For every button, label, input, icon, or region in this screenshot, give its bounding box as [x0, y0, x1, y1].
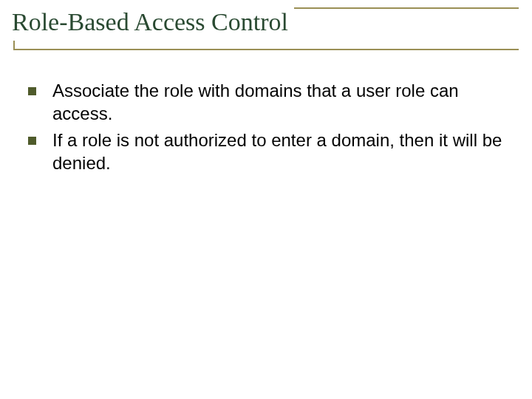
slide: Role-Based Access Control Associate the …: [0, 0, 532, 399]
list-item: Associate the role with domains that a u…: [27, 80, 505, 125]
title-area: Role-Based Access Control: [13, 7, 519, 41]
square-bullet-icon: [28, 87, 36, 95]
title-rule-bottom: [13, 49, 519, 50]
list-item: If a role is not authorized to enter a d…: [27, 129, 505, 174]
bullet-text: If a role is not authorized to enter a d…: [52, 129, 505, 174]
slide-title: Role-Based Access Control: [12, 4, 294, 41]
square-bullet-icon: [28, 137, 36, 145]
slide-body: Associate the role with domains that a u…: [27, 80, 505, 180]
bullet-text: Associate the role with domains that a u…: [52, 80, 505, 125]
